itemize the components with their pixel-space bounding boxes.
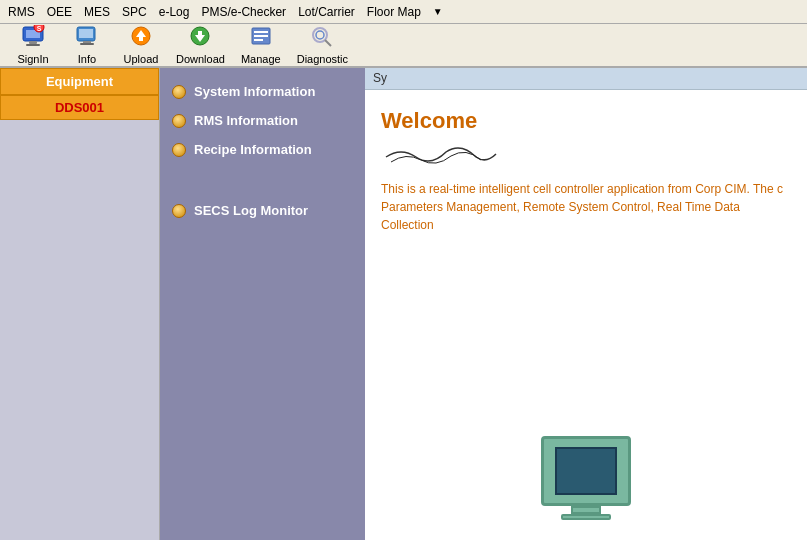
menu-floormap[interactable]: Floor Map — [367, 5, 421, 19]
svg-rect-19 — [254, 39, 263, 41]
nav-item-recipe-information[interactable]: Recipe Information — [160, 136, 365, 163]
svg-point-20 — [313, 28, 327, 42]
svg-rect-17 — [254, 31, 268, 33]
menu-bar: RMS OEE MES SPC e-Log PMS/e-Checker Lot/… — [0, 0, 807, 24]
download-button[interactable]: Download — [170, 23, 231, 67]
svg-rect-7 — [79, 29, 93, 38]
svg-rect-3 — [26, 44, 40, 46]
manage-icon — [249, 25, 273, 52]
svg-rect-8 — [83, 41, 91, 43]
info-button[interactable]: Info — [62, 23, 112, 67]
nav-dot-rms — [172, 114, 186, 128]
nav-label-rms-information: RMS Information — [194, 113, 298, 128]
upload-icon — [129, 25, 153, 52]
main-layout: Equipment DDS001 System Information RMS … — [0, 68, 807, 540]
diagnostic-button[interactable]: Diagnostic — [291, 23, 354, 67]
welcome-text: This is a real-time intelligent cell con… — [381, 180, 791, 234]
nav-dot-system — [172, 85, 186, 99]
nav-label-recipe-information: Recipe Information — [194, 142, 312, 157]
sidebar-header: Equipment — [0, 68, 159, 95]
info-label: Info — [78, 53, 96, 65]
download-label: Download — [176, 53, 225, 65]
menu-mes[interactable]: MES — [84, 5, 110, 19]
diagnostic-label: Diagnostic — [297, 53, 348, 65]
menu-oee[interactable]: OEE — [47, 5, 72, 19]
svg-rect-15 — [198, 31, 202, 35]
nav-dot-recipe — [172, 143, 186, 157]
content-area: Sy Welcome This is a real-time intellige… — [365, 68, 807, 540]
signature-image — [381, 142, 501, 172]
info-icon — [75, 25, 99, 52]
menu-pms[interactable]: PMS/e-Checker — [201, 5, 286, 19]
svg-line-21 — [325, 40, 331, 46]
download-icon — [188, 25, 212, 52]
nav-item-rms-information[interactable]: RMS Information — [160, 107, 365, 134]
signin-button[interactable]: S SignIn — [8, 23, 58, 67]
sidebar-device[interactable]: DDS001 — [0, 95, 159, 120]
content-title-bar: Sy — [365, 68, 807, 90]
svg-rect-9 — [80, 43, 94, 45]
welcome-heading: Welcome — [381, 108, 791, 134]
floormap-dropdown-icon[interactable]: ▼ — [433, 6, 443, 17]
menu-elog[interactable]: e-Log — [159, 5, 190, 19]
diagnostic-icon — [310, 25, 334, 52]
menu-lotcarrier[interactable]: Lot/Carrier — [298, 5, 355, 19]
computer-illustration — [541, 436, 631, 520]
nav-label-system-information: System Information — [194, 84, 315, 99]
nav-item-secs-log[interactable]: SECS Log Monitor — [160, 197, 365, 224]
monitor-stand — [571, 506, 601, 514]
menu-rms[interactable]: RMS — [8, 5, 35, 19]
upload-label: Upload — [124, 53, 159, 65]
nav-dot-secs — [172, 204, 186, 218]
nav-panel: System Information RMS Information Recip… — [160, 68, 365, 540]
svg-point-22 — [316, 31, 324, 39]
nav-item-system-information[interactable]: System Information — [160, 78, 365, 105]
monitor-screen — [555, 447, 617, 495]
monitor-base — [561, 514, 611, 520]
menu-spc[interactable]: SPC — [122, 5, 147, 19]
monitor-outer — [541, 436, 631, 506]
svg-text:S: S — [37, 25, 42, 32]
signin-label: SignIn — [17, 53, 48, 65]
nav-spacer — [160, 165, 365, 195]
svg-rect-18 — [254, 35, 268, 37]
toolbar: S SignIn Info Upload — [0, 24, 807, 68]
upload-button[interactable]: Upload — [116, 23, 166, 67]
svg-rect-12 — [139, 37, 143, 41]
manage-label: Manage — [241, 53, 281, 65]
svg-rect-2 — [29, 41, 37, 44]
manage-button[interactable]: Manage — [235, 23, 287, 67]
sidebar: Equipment DDS001 — [0, 68, 160, 540]
signin-icon: S — [21, 25, 45, 52]
nav-label-secs-log: SECS Log Monitor — [194, 203, 308, 218]
